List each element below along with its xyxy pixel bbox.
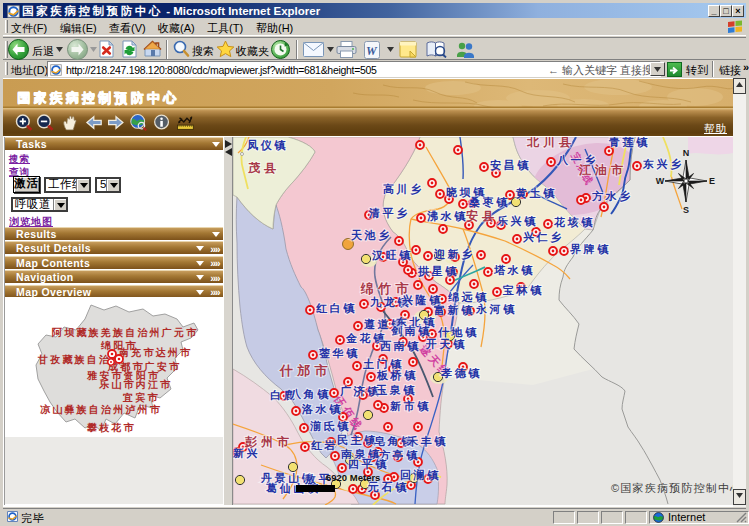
svg-text:安县: 安县 [466,209,498,223]
svg-text:东兴乡: 东兴乡 [642,158,684,170]
svg-text:拱星镇: 拱星镇 [417,265,459,277]
svg-text:宝林镇: 宝林镇 [502,284,544,296]
svg-text:开天镇: 开天镇 [425,338,467,350]
svg-text:洛水镇: 洛水镇 [301,403,343,415]
svg-text:花垓镇: 花垓镇 [553,216,595,228]
svg-text:S: S [683,205,689,215]
svg-text:青莲镇: 青莲镇 [608,137,650,148]
svg-text:塔水镇: 塔水镇 [493,264,535,276]
svg-text:桑枣镇: 桑枣镇 [468,196,510,208]
svg-text:什邡市: 什邡市 [279,363,332,378]
svg-text:八角镇: 八角镇 [289,388,331,400]
svg-text:©国家疾病预防控制中心: ©国家疾病预防控制中心 [611,482,733,494]
svg-text:绵远镇: 绵远镇 [448,291,489,303]
svg-text:方水乡: 方水乡 [591,190,633,202]
svg-text:玉泉镇: 玉泉镇 [376,384,417,396]
svg-text:E: E [709,176,715,186]
svg-text:蓥华镇: 蓥华镇 [319,347,360,359]
svg-text:江油市: 江油市 [578,163,627,177]
svg-text:6920 Meters: 6920 Meters [326,472,380,483]
svg-text:迎新乡: 迎新乡 [433,248,475,260]
svg-text:红岩: 红岩 [310,439,338,451]
svg-text:界牌镇: 界牌镇 [569,243,611,255]
svg-text:孝德镇: 孝德镇 [440,367,482,379]
svg-text:兴仁乡: 兴仁乡 [522,231,564,243]
svg-text:绵竹市: 绵竹市 [360,281,413,296]
svg-text:什地镇: 什地镇 [437,326,479,338]
svg-text:汉旺镇: 汉旺镇 [371,249,413,261]
svg-text:黄土镇: 黄土镇 [515,187,557,200]
svg-text:富新镇: 富新镇 [434,304,475,316]
svg-text:宜宾市: 宜宾市 [122,392,160,403]
svg-text:阿坝藏族羌族自治州广元市: 阿坝藏族羌族自治州广元市 [52,327,198,338]
svg-text:沸水镇: 沸水镇 [427,210,468,222]
svg-text:乐兴镇: 乐兴镇 [496,215,538,227]
svg-text:凤仪镇: 凤仪镇 [246,139,288,152]
svg-text:W: W [366,43,378,57]
svg-text:新市镇: 新市镇 [389,400,431,412]
svg-text:安昌镇: 安昌镇 [490,159,531,171]
svg-text:湔氐镇: 湔氐镇 [310,420,351,432]
svg-text:高川乡: 高川乡 [383,183,424,195]
svg-text:西南镇: 西南镇 [379,340,421,352]
svg-text:攀枝花市: 攀枝花市 [86,422,136,433]
svg-text:N: N [683,148,690,158]
svg-text:W: W [656,176,665,186]
svg-text:清平乡: 清平乡 [368,207,410,219]
svg-text:剑南镇: 剑南镇 [390,325,432,337]
svg-text:板桥镇: 板桥镇 [376,369,418,381]
svg-text:彭州市: 彭州市 [244,435,293,449]
svg-text:天池乡: 天池乡 [350,229,392,241]
svg-text:凉山彝族自治州泸州市: 凉山彝族自治州泸州市 [40,404,162,415]
svg-text:回澜镇: 回澜镇 [400,468,441,481]
svg-text:南充市达州市: 南充市达州市 [119,347,192,358]
svg-text:禾丰镇: 禾丰镇 [406,435,448,447]
svg-text:民主镇: 民主镇 [337,434,378,446]
svg-text:广济镇: 广济镇 [339,385,381,397]
svg-text:红白镇: 红白镇 [315,302,357,314]
svg-text:北川县: 北川县 [526,137,575,149]
svg-text:茂县: 茂县 [247,161,280,175]
svg-text:永河镇: 永河镇 [475,303,517,315]
svg-text:四平镇: 四平镇 [348,458,389,470]
svg-text:乐山市内江市: 乐山市内江市 [98,379,172,390]
